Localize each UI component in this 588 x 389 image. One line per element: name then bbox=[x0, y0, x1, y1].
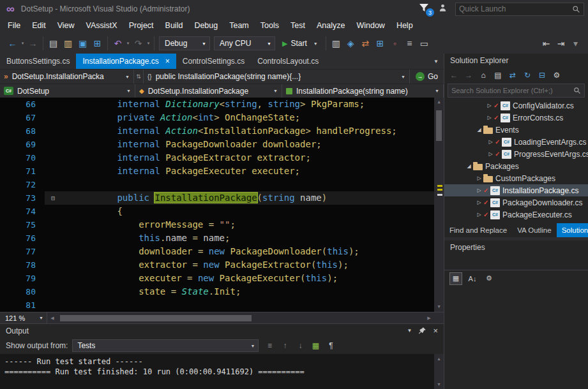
clear-all-icon[interactable]: ▦ bbox=[309, 341, 322, 350]
expander-icon[interactable]: ▷ bbox=[475, 212, 483, 217]
project-dropdown[interactable]: C# DotSetup ▼ bbox=[0, 84, 135, 98]
output-source-dropdown[interactable]: Tests ▼ bbox=[72, 339, 259, 352]
scrollbar-track[interactable] bbox=[434, 107, 444, 302]
menu-vassistx[interactable]: VAssistX bbox=[80, 19, 123, 32]
quick-launch-box[interactable] bbox=[455, 3, 584, 16]
expander-icon[interactable]: ◢ bbox=[475, 127, 483, 133]
tab-installationpackage-cs[interactable]: InstallationPackage.cs× bbox=[76, 54, 176, 69]
code-text[interactable]: internal PackageExtractor extractor; bbox=[61, 151, 434, 165]
scroll-up-icon[interactable]: ▲ bbox=[434, 98, 444, 107]
tree-item-events[interactable]: ◢Events bbox=[444, 124, 588, 136]
categorized-icon[interactable]: ▦ bbox=[449, 272, 462, 285]
tree-item-errorconsts-cs[interactable]: ▷✓C#ErrorConsts.cs bbox=[444, 112, 588, 124]
find-in-files-icon[interactable]: ▥ bbox=[329, 36, 343, 51]
expander-icon[interactable]: ▷ bbox=[486, 151, 495, 157]
pin-icon[interactable] bbox=[418, 327, 426, 335]
navigate-backward-alt-icon[interactable]: ⇤ bbox=[539, 36, 554, 51]
code-text[interactable]: this.name = name; bbox=[61, 231, 434, 245]
word-wrap-icon[interactable]: ¶ bbox=[324, 341, 337, 350]
menu-debug[interactable]: Debug bbox=[188, 19, 223, 32]
window-position-icon[interactable]: ▼ bbox=[407, 328, 412, 334]
definition-dropdown[interactable]: {} public InstallationPackage(string nam… bbox=[144, 70, 410, 84]
code-text[interactable]: executer = new PackageExecuter(this); bbox=[61, 272, 434, 285]
solution-configurations-dropdown[interactable]: Debug▼ bbox=[159, 36, 210, 50]
expander-icon[interactable]: ▷ bbox=[485, 103, 494, 108]
quick-launch-input[interactable] bbox=[459, 4, 572, 13]
switch-views-icon[interactable]: ▤ bbox=[491, 69, 505, 82]
tab-list-chevron-icon[interactable]: ▼ bbox=[433, 59, 444, 64]
output-text[interactable]: ------ Run test started ------==========… bbox=[0, 354, 434, 389]
expander-icon[interactable]: ▷ bbox=[485, 115, 494, 121]
code-text[interactable]: internal PackageDownloader downloader; bbox=[61, 138, 434, 151]
prev-message-icon[interactable]: ↑ bbox=[278, 341, 291, 350]
forward-icon[interactable]: → bbox=[462, 69, 476, 82]
start-debugging-button[interactable]: ▶Start▼ bbox=[277, 36, 323, 51]
code-text[interactable] bbox=[61, 178, 434, 191]
scrollbar-thumb[interactable] bbox=[436, 110, 442, 141]
definition-spinner[interactable]: ⇅ bbox=[134, 70, 144, 84]
tree-item-progresseventargs-cs[interactable]: ▷✓C#ProgressEventArgs.cs bbox=[444, 148, 588, 160]
chevron-down-icon[interactable]: ▾ bbox=[125, 36, 131, 51]
menu-analyze[interactable]: Analyze bbox=[311, 19, 351, 32]
solution-search-box[interactable] bbox=[448, 84, 585, 98]
zoom-dropdown[interactable]: 121 % ▼ bbox=[0, 312, 47, 323]
code-text[interactable] bbox=[61, 298, 434, 312]
new-file-icon[interactable]: ▤ bbox=[46, 36, 61, 51]
solution-search-input[interactable] bbox=[451, 87, 573, 94]
horizontal-scrollbar[interactable] bbox=[57, 312, 424, 323]
navigate-forward-alt-icon[interactable]: ⇥ bbox=[554, 36, 568, 51]
scroll-down-icon[interactable]: ▼ bbox=[434, 302, 444, 312]
open-file-icon[interactable]: ▥ bbox=[61, 36, 75, 51]
panel-tab-va-outline[interactable]: VA Outline bbox=[512, 223, 557, 237]
menu-test[interactable]: Test bbox=[285, 19, 311, 32]
code-text[interactable]: { bbox=[61, 205, 434, 218]
breakpoints-icon[interactable]: ◦ bbox=[388, 36, 402, 51]
member-dropdown[interactable]: InstallationPackage(string name) ▼ bbox=[282, 84, 444, 98]
publish-icon[interactable]: ⊞ bbox=[373, 36, 388, 51]
tab-buttonssettings-cs[interactable]: ButtonsSettings.cs bbox=[0, 54, 76, 69]
code-text[interactable]: state = State.Init; bbox=[61, 285, 434, 298]
tree-item-packageexecuter-cs[interactable]: ▷✓C#PackageExecuter.cs bbox=[444, 209, 588, 221]
code-editor[interactable]: 66 internal Dictionary<string, string> P… bbox=[0, 98, 444, 312]
tab-controlsettings-cs[interactable]: ControlSettings.cs bbox=[176, 54, 251, 69]
menu-tools[interactable]: Tools bbox=[255, 19, 285, 32]
chevron-down-icon[interactable]: ▾ bbox=[20, 36, 26, 51]
command-window-icon[interactable]: ▭ bbox=[417, 36, 432, 51]
tree-item-configvalidator-cs[interactable]: ▷✓C#ConfigValidator.cs bbox=[444, 99, 588, 112]
code-text[interactable]: internal Dictionary<string, string> PkgP… bbox=[61, 98, 434, 111]
code-text[interactable]: extractor = new PackageExtractor(this); bbox=[61, 258, 434, 272]
tab-controlslayout-cs[interactable]: ControlsLayout.cs bbox=[251, 54, 325, 69]
menu-team[interactable]: Team bbox=[223, 19, 255, 32]
save-icon[interactable]: ▣ bbox=[75, 36, 90, 51]
menu-help[interactable]: Help bbox=[391, 19, 419, 32]
tree-item-loadingeventargs-cs[interactable]: ▷✓C#LoadingEventArgs.cs bbox=[444, 136, 588, 148]
properties-icon[interactable]: ⚙ bbox=[550, 69, 564, 82]
go-button[interactable]: → Go bbox=[410, 70, 444, 84]
next-message-icon[interactable]: ↓ bbox=[294, 341, 306, 350]
panel-tab-find-and-replace[interactable]: Find and Replace bbox=[444, 223, 512, 237]
undo-icon[interactable]: ↶ bbox=[110, 36, 125, 51]
tree-item-packages[interactable]: ◢Packages bbox=[444, 160, 588, 172]
expander-icon[interactable]: ▷ bbox=[475, 187, 483, 193]
refresh-icon[interactable]: ↻ bbox=[520, 69, 534, 82]
tree-item-custompackages[interactable]: ▷CustomPackages bbox=[444, 172, 588, 184]
scroll-up-icon[interactable]: ▲ bbox=[434, 354, 444, 363]
nav-back-icon[interactable]: ← bbox=[5, 36, 20, 51]
expander-icon[interactable]: ▷ bbox=[475, 200, 483, 205]
output-scrollbar[interactable]: ▲ ▼ bbox=[434, 354, 444, 389]
expander-icon[interactable]: ▷ bbox=[475, 175, 483, 181]
fold-marker[interactable]: ⊟ bbox=[45, 191, 61, 205]
code-text[interactable]: private Action<int> OnChangeState; bbox=[61, 111, 434, 124]
menu-view[interactable]: View bbox=[52, 19, 80, 32]
sync-icon[interactable]: ⇄ bbox=[358, 36, 373, 51]
notifications-icon[interactable]: 3 bbox=[419, 3, 430, 15]
chevron-down-icon[interactable]: ▾ bbox=[146, 36, 151, 51]
expander-icon[interactable]: ◢ bbox=[465, 163, 473, 169]
code-text[interactable]: internal Action<InstallationPackage> han… bbox=[61, 124, 434, 138]
scroll-down-icon[interactable]: ▼ bbox=[434, 379, 444, 389]
menu-window[interactable]: Window bbox=[351, 19, 390, 32]
scroll-left-icon[interactable]: ◀ bbox=[47, 312, 57, 323]
menu-file[interactable]: File bbox=[2, 19, 26, 32]
close-icon[interactable]: × bbox=[433, 326, 438, 335]
tree-item-installationpackage-cs[interactable]: ▷✓C#InstallationPackage.cs bbox=[444, 184, 588, 196]
